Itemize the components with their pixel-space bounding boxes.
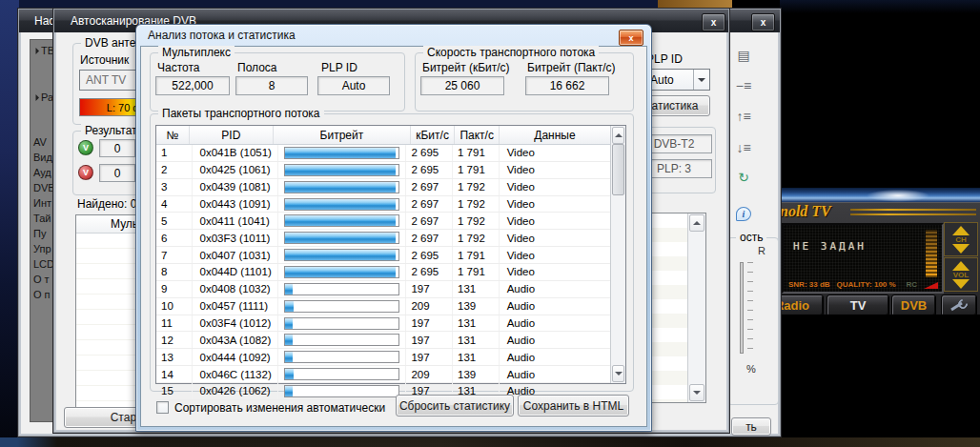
properties-icon[interactable]: −≡ (733, 77, 754, 94)
desktop-black-area (780, 0, 980, 189)
table-row[interactable]: 60x03F3 (1011)2 6971 792Video (156, 230, 610, 247)
cell-bitrate-bar (278, 383, 406, 399)
packets-scrollbar[interactable] (610, 126, 625, 383)
tree-item-label: О п (33, 289, 51, 300)
autoscan-close-button[interactable]: x (702, 13, 725, 31)
save-html-button[interactable]: Сохранить в HTML (518, 395, 629, 417)
tree-expander-icon[interactable] (32, 47, 39, 53)
cell-pid: 0x0439 (1081) (193, 179, 279, 195)
move-up-icon[interactable]: ↑≡ (733, 108, 754, 125)
volume-group: ость (727, 237, 779, 405)
cell-kbit: 197 (406, 281, 453, 297)
sort-auto-checkbox[interactable] (156, 401, 169, 414)
table-row[interactable]: 120x043A (1082)197131Audio (156, 332, 610, 349)
cell-bitrate-bar (278, 196, 406, 213)
cell-kbit: 2 695 (406, 247, 453, 263)
bitrate-progressbar (284, 164, 399, 176)
header-kbit[interactable]: кБит/с (411, 126, 456, 144)
tree-item[interactable]: LCD (33, 258, 54, 270)
dvb-mode-button[interactable]: DVB (891, 295, 936, 315)
table-row[interactable]: 50x0411 (1041)2 6971 792Video (156, 213, 610, 230)
tree-item[interactable]: Инт (33, 197, 51, 209)
settings-close-action-button[interactable]: ть (731, 417, 771, 436)
cell-data: Video (500, 230, 610, 246)
cell-kbit: 2 697 (406, 179, 453, 195)
table-row[interactable]: 40x0443 (1091)2 6971 792Video (156, 196, 610, 213)
table-row[interactable]: 80x044D (1101)2 6951 791Video (156, 264, 610, 281)
header-pid[interactable]: PID (190, 126, 274, 144)
scroll-up-button[interactable] (689, 214, 704, 232)
tree-item[interactable]: Вид (33, 152, 52, 163)
cell-data: Audio (500, 298, 610, 315)
reset-statistics-button[interactable]: Сбросить статистику (396, 395, 514, 417)
table-row[interactable]: 100x0457 (1111)209139Audio (156, 298, 610, 315)
scroll-thumb[interactable] (612, 144, 624, 195)
cell-pakt: 1 792 (453, 196, 500, 213)
table-row[interactable]: 30x0439 (1081)2 6971 792Video (156, 179, 610, 196)
tree-item[interactable]: О т (33, 274, 50, 285)
cell-data: Video (500, 213, 610, 229)
bitrate-progressbar (284, 368, 399, 380)
tree-item[interactable]: Ауд (33, 167, 51, 178)
tree-item[interactable]: Тай (33, 213, 51, 224)
cell-num: 9 (156, 281, 193, 297)
stream-speed-group-label: Скорость транспортного потока (423, 46, 599, 59)
scroll-down-button[interactable] (689, 384, 704, 401)
tree-item[interactable]: ТВ (33, 45, 54, 56)
table-row[interactable]: 20x0425 (1061)2 6951 791Video (156, 162, 610, 179)
packets-table-header[interactable]: № PID Битрейт кБит/с Пакт/с Данные (156, 126, 610, 145)
settings-close-button[interactable]: x (751, 13, 775, 31)
close-icon: x (628, 33, 633, 43)
volume-slider[interactable] (740, 262, 744, 354)
channel-up-button[interactable] (952, 226, 970, 235)
scroll-down-button[interactable] (612, 365, 624, 382)
move-down-icon[interactable]: ↓≡ (733, 139, 754, 156)
channel-down-button[interactable] (952, 244, 970, 254)
header-bitrate[interactable]: Битрейт (274, 126, 411, 144)
settings-wrench-button[interactable] (941, 295, 977, 315)
close-icon: x (711, 17, 717, 28)
lcd-display: НЕ ЗАДАН SNR: 33 dB QUALITY: 100 % RC (782, 223, 944, 294)
tv-app-title: nold TV (780, 203, 831, 220)
scroll-up-button[interactable] (612, 127, 624, 144)
header-pakt[interactable]: Пакт/с (455, 126, 500, 144)
tree-item[interactable]: Пу (33, 228, 46, 239)
packets-group-label: Пакеты транспортного потока (158, 107, 324, 120)
analysis-close-button[interactable]: x (619, 30, 643, 46)
radio-mode-button[interactable]: Radio (776, 295, 824, 315)
tree-item-label: Пу (33, 228, 46, 239)
table-row[interactable]: 90x0408 (1032)197131Audio (156, 281, 610, 298)
tree-item-label: Вид (33, 152, 52, 163)
listbox-scrollbar[interactable] (687, 213, 705, 402)
tree-expander-icon[interactable] (32, 93, 39, 100)
tv-mode-button[interactable]: TV (827, 295, 889, 315)
table-row[interactable]: 10x041B (1051)2 6951 791Video (156, 145, 610, 162)
tree-item[interactable]: Упр (33, 243, 51, 254)
table-row[interactable]: 70x0407 (1031)2 6951 791Video (156, 247, 610, 264)
list-view-icon[interactable]: ▤ (733, 47, 754, 64)
percent-label: % (746, 363, 756, 375)
cell-bitrate-bar (278, 213, 406, 229)
volume-slider-ticks (747, 262, 753, 354)
cell-num: 4 (156, 196, 193, 213)
radio-found-count: 0 (99, 164, 135, 182)
cell-num: 13 (156, 349, 193, 365)
info-icon[interactable]: i (736, 207, 751, 221)
found-label: Найдено: 0 (77, 197, 136, 211)
cell-num: 14 (156, 366, 193, 382)
table-row[interactable]: 140x046C (1132)209139Audio (156, 366, 610, 383)
volume-down-button[interactable] (952, 279, 970, 289)
cell-pakt: 131 (453, 315, 500, 332)
analysis-dialog: Анализ потока и статистика x Мультиплекс… (135, 24, 652, 432)
refresh-icon[interactable]: ↻ (733, 169, 754, 186)
source-label: Источник (80, 53, 129, 67)
bandwidth-field: 8 (235, 76, 308, 95)
tree-item-label: Тай (33, 213, 51, 224)
tree-item[interactable]: AV (33, 136, 47, 148)
table-row[interactable]: 130x0444 (1092)197131Audio (156, 349, 610, 366)
header-num[interactable]: № (156, 126, 190, 144)
table-row[interactable]: 110x03F4 (1012)197131Audio (156, 315, 610, 333)
tree-item[interactable]: О п (33, 289, 51, 300)
header-data[interactable]: Данные (500, 126, 610, 144)
volume-up-button[interactable] (952, 261, 970, 271)
